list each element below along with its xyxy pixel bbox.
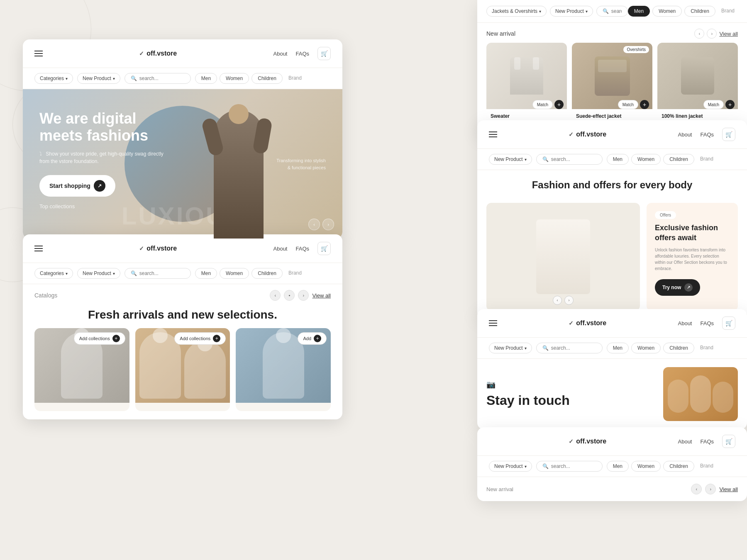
brw-pill-brand[interactable]: Brand (697, 343, 717, 353)
mw2-cart-button[interactable]: 🛒 (317, 242, 331, 255)
hero-next-btn[interactable]: › (322, 219, 334, 230)
cs2-pill-women[interactable]: Women (631, 461, 661, 472)
main-search-input[interactable] (139, 75, 185, 81)
brw-search[interactable]: 🔍 (536, 343, 603, 353)
cs2-prev-btn[interactable]: ‹ (691, 484, 702, 494)
main-pill-children[interactable]: Children (251, 73, 283, 84)
mw2-pill-brand[interactable]: Brand (285, 268, 305, 279)
top-search-input[interactable] (611, 8, 622, 14)
mw2-next-btn[interactable]: › (298, 290, 309, 301)
try-now-button[interactable]: Try now ↗ (655, 279, 700, 296)
cs2-about[interactable]: About (678, 438, 692, 445)
prev-btn[interactable]: ‹ (694, 29, 704, 39)
catalog-card-2: Add collections + (135, 328, 230, 411)
jackets-dropdown[interactable]: Jackets & Overshirts ▾ (486, 6, 547, 17)
add-collections-btn-3[interactable]: Add + (298, 332, 327, 345)
brw-about[interactable]: About (678, 320, 692, 326)
cs2-pill-brand[interactable]: Brand (697, 461, 717, 472)
main-search[interactable]: 🔍 (124, 73, 191, 84)
cs2-dropdown[interactable]: New Product ▾ (489, 461, 532, 472)
mrw-dropdown[interactable]: New Product ▾ (489, 154, 532, 165)
cs2-pill-children[interactable]: Children (663, 461, 694, 472)
mrw-pill-brand[interactable]: Brand (697, 154, 717, 165)
plus-btn-sweater[interactable]: + (554, 100, 564, 109)
mrw-faqs[interactable]: FAQs (700, 131, 714, 138)
start-shopping-button[interactable]: Start shopping ↗ (39, 175, 115, 197)
main-pill-men[interactable]: Men (195, 73, 217, 84)
top-collections-link[interactable]: Top collections (39, 202, 164, 210)
mrw-search-input[interactable] (551, 156, 596, 162)
pill-children[interactable]: Children (684, 6, 715, 17)
plus-btn-jacket[interactable]: + (640, 100, 649, 109)
brw-search-input[interactable] (551, 345, 596, 351)
brw-dropdown[interactable]: New Product ▾ (489, 343, 532, 353)
mrw-dropdown-arrow: ▾ (525, 157, 527, 162)
mrw-pill-men[interactable]: Men (607, 154, 629, 165)
mrw-pill-women[interactable]: Women (631, 154, 661, 165)
cs2-brand-logo: ✓ off.vstore (569, 438, 606, 445)
mw2-hamburger[interactable] (34, 246, 43, 251)
product-card-linen: Match + 100% linen jacket $129.99 $135.9… (657, 43, 738, 130)
mrw-about[interactable]: About (678, 131, 692, 138)
mw2-faqs-link[interactable]: FAQs (295, 246, 309, 252)
mrw-hamburger[interactable] (489, 131, 497, 137)
add-collections-btn-2[interactable]: Add collections + (174, 332, 226, 345)
top-search[interactable]: 🔍 (596, 6, 628, 17)
instagram-icon[interactable]: 📷 (486, 380, 570, 389)
cs2-pill-men[interactable]: Men (607, 461, 629, 472)
faqs-link[interactable]: FAQs (295, 51, 309, 57)
cart-button[interactable]: 🛒 (317, 47, 331, 60)
cs2-view-all[interactable]: View all (719, 486, 738, 492)
brw-pill-children[interactable]: Children (663, 343, 694, 353)
brw-faqs[interactable]: FAQs (700, 320, 714, 326)
mw2-about-link[interactable]: About (273, 246, 288, 252)
shirt-prev-btn[interactable]: ‹ (553, 296, 562, 305)
mw2-view-all[interactable]: View all (312, 292, 331, 299)
pill-men[interactable]: Men (628, 6, 650, 17)
match-btn-jacket[interactable]: Match (618, 100, 638, 109)
pill-brand[interactable]: Brand (718, 6, 738, 17)
mw2-categories-dropdown[interactable]: Categories ▾ (34, 268, 73, 279)
mrw-pill-children[interactable]: Children (663, 154, 694, 165)
new-product-dropdown-main[interactable]: New Product ▾ (77, 73, 120, 84)
plus-btn-linen[interactable]: + (725, 100, 735, 109)
main-pill-women[interactable]: Women (220, 73, 249, 84)
mw2-pill-women[interactable]: Women (220, 268, 249, 279)
match-btn-linen[interactable]: Match (703, 100, 724, 109)
cs2-faqs[interactable]: FAQs (700, 438, 714, 445)
brw-pill-women[interactable]: Women (631, 343, 661, 353)
shirt-next-btn[interactable]: › (564, 296, 574, 305)
mrw-search[interactable]: 🔍 (536, 154, 603, 165)
main-window: ✓ off.vstore About FAQs 🛒 Categories ▾ N… (23, 39, 342, 239)
brw-cart[interactable]: 🛒 (722, 317, 735, 330)
mw2-new-product-dropdown[interactable]: New Product ▾ (77, 268, 120, 279)
product-card-sweater: Match + Sweater (486, 43, 567, 130)
mw2-search[interactable]: 🔍 (124, 268, 191, 279)
about-link[interactable]: About (273, 51, 288, 57)
hero-prev-btn[interactable]: ‹ (308, 219, 320, 230)
view-all-link[interactable]: View all (719, 31, 738, 37)
new-product-dropdown[interactable]: New Product ▾ (550, 6, 593, 17)
add-collections-btn-1[interactable]: Add collections + (74, 332, 125, 345)
cs2-search[interactable]: 🔍 (536, 461, 603, 472)
mw2-dot-btn[interactable]: • (284, 290, 295, 301)
brw-pill-men[interactable]: Men (607, 343, 629, 353)
mw2-search-input[interactable] (139, 270, 185, 276)
next-btn[interactable]: › (707, 29, 717, 39)
cs2-next-btn[interactable]: › (705, 484, 716, 494)
categories-dropdown[interactable]: Categories ▾ (34, 73, 73, 84)
mw2-prev-btn[interactable]: ‹ (270, 290, 281, 301)
main-pill-brand[interactable]: Brand (285, 73, 305, 84)
pill-women[interactable]: Women (652, 6, 682, 17)
hamburger-menu[interactable] (34, 51, 43, 56)
mrw-cart[interactable]: 🛒 (722, 128, 735, 141)
mw2-pill-children[interactable]: Children (251, 268, 283, 279)
brw-hamburger[interactable] (489, 320, 497, 326)
main-window-2: ✓ off.vstore About FAQs 🛒 Categories ▾ N… (23, 234, 342, 419)
brw-navbar: ✓ off.vstore About FAQs 🛒 (477, 309, 747, 338)
cs2-search-input[interactable] (551, 463, 596, 469)
cs2-cart[interactable]: 🛒 (722, 435, 735, 448)
catalog-card-3: Add + (236, 328, 331, 411)
match-btn-sweater[interactable]: Match (532, 100, 553, 109)
mw2-pill-men[interactable]: Men (195, 268, 217, 279)
